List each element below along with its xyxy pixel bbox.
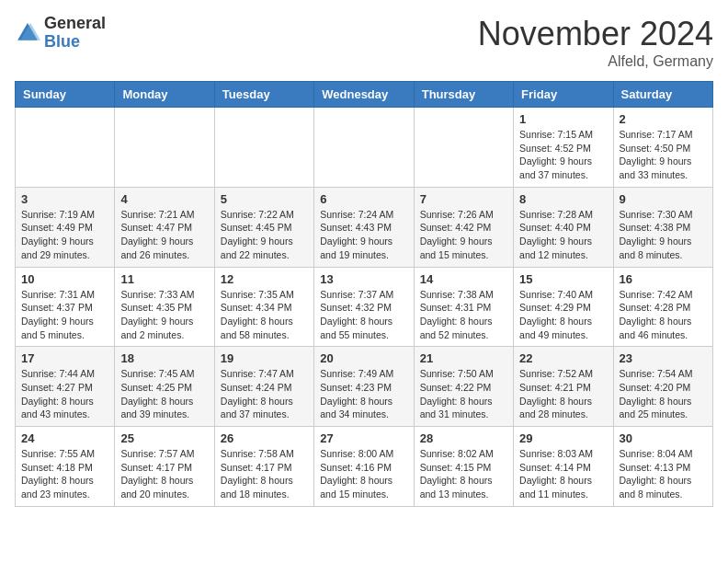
day-info: Sunrise: 7:22 AM Sunset: 4:45 PM Dayligh…	[221, 208, 308, 262]
week-row-4: 17Sunrise: 7:44 AM Sunset: 4:27 PM Dayli…	[16, 347, 713, 427]
calendar-cell: 11Sunrise: 7:33 AM Sunset: 4:35 PM Dayli…	[115, 267, 214, 347]
day-number: 10	[21, 272, 108, 286]
day-info: Sunrise: 7:54 AM Sunset: 4:20 PM Dayligh…	[620, 367, 707, 421]
calendar-cell	[314, 108, 414, 188]
day-info: Sunrise: 7:17 AM Sunset: 4:50 PM Dayligh…	[620, 128, 707, 182]
day-number: 22	[519, 351, 607, 365]
day-number: 16	[620, 272, 707, 286]
day-info: Sunrise: 7:40 AM Sunset: 4:29 PM Dayligh…	[519, 288, 607, 342]
day-number: 6	[320, 192, 407, 206]
location: Alfeld, Germany	[478, 53, 713, 70]
day-info: Sunrise: 7:50 AM Sunset: 4:22 PM Dayligh…	[420, 367, 507, 421]
day-info: Sunrise: 7:19 AM Sunset: 4:49 PM Dayligh…	[21, 208, 108, 262]
day-info: Sunrise: 7:49 AM Sunset: 4:23 PM Dayligh…	[320, 367, 407, 421]
logo-icon	[15, 20, 40, 46]
calendar-cell	[214, 108, 313, 188]
logo-general: General	[44, 15, 106, 33]
calendar-cell: 16Sunrise: 7:42 AM Sunset: 4:28 PM Dayli…	[613, 267, 712, 347]
calendar-cell: 24Sunrise: 7:55 AM Sunset: 4:18 PM Dayli…	[16, 427, 115, 507]
day-number: 15	[519, 272, 607, 286]
day-info: Sunrise: 7:31 AM Sunset: 4:37 PM Dayligh…	[21, 288, 108, 342]
day-number: 19	[221, 351, 308, 365]
calendar-cell: 30Sunrise: 8:04 AM Sunset: 4:13 PM Dayli…	[613, 427, 712, 507]
day-info: Sunrise: 7:47 AM Sunset: 4:24 PM Dayligh…	[221, 367, 308, 421]
logo: General Blue	[15, 15, 106, 52]
calendar-table: SundayMondayTuesdayWednesdayThursdayFrid…	[15, 81, 713, 507]
day-info: Sunrise: 7:24 AM Sunset: 4:43 PM Dayligh…	[320, 208, 407, 262]
calendar-cell: 17Sunrise: 7:44 AM Sunset: 4:27 PM Dayli…	[16, 347, 115, 427]
day-number: 13	[320, 272, 407, 286]
day-number: 30	[620, 431, 707, 445]
day-info: Sunrise: 7:44 AM Sunset: 4:27 PM Dayligh…	[21, 367, 108, 421]
day-number: 12	[221, 272, 308, 286]
calendar-cell: 26Sunrise: 7:58 AM Sunset: 4:17 PM Dayli…	[214, 427, 313, 507]
day-number: 29	[519, 431, 607, 445]
weekday-header-wednesday: Wednesday	[314, 82, 414, 108]
day-number: 25	[120, 431, 208, 445]
day-number: 28	[420, 431, 507, 445]
calendar-cell	[115, 108, 214, 188]
day-info: Sunrise: 8:00 AM Sunset: 4:16 PM Dayligh…	[320, 447, 407, 501]
day-number: 4	[120, 192, 208, 206]
day-info: Sunrise: 8:02 AM Sunset: 4:15 PM Dayligh…	[420, 447, 507, 501]
weekday-header-monday: Monday	[115, 82, 214, 108]
weekday-header-tuesday: Tuesday	[214, 82, 313, 108]
day-info: Sunrise: 7:15 AM Sunset: 4:52 PM Dayligh…	[519, 128, 607, 182]
calendar-cell: 23Sunrise: 7:54 AM Sunset: 4:20 PM Dayli…	[613, 347, 712, 427]
calendar-cell: 27Sunrise: 8:00 AM Sunset: 4:16 PM Dayli…	[314, 427, 414, 507]
week-row-3: 10Sunrise: 7:31 AM Sunset: 4:37 PM Dayli…	[16, 267, 713, 347]
title-block: November 2024 Alfeld, Germany	[478, 15, 713, 70]
day-number: 8	[519, 192, 607, 206]
week-row-5: 24Sunrise: 7:55 AM Sunset: 4:18 PM Dayli…	[16, 427, 713, 507]
day-number: 9	[620, 192, 707, 206]
day-info: Sunrise: 7:28 AM Sunset: 4:40 PM Dayligh…	[519, 208, 607, 262]
page-header: General Blue November 2024 Alfeld, Germa…	[15, 15, 713, 70]
calendar-cell: 7Sunrise: 7:26 AM Sunset: 4:42 PM Daylig…	[414, 187, 513, 267]
day-info: Sunrise: 8:03 AM Sunset: 4:14 PM Dayligh…	[519, 447, 607, 501]
day-info: Sunrise: 7:30 AM Sunset: 4:38 PM Dayligh…	[620, 208, 707, 262]
calendar-cell: 15Sunrise: 7:40 AM Sunset: 4:29 PM Dayli…	[514, 267, 613, 347]
day-number: 18	[120, 351, 208, 365]
day-info: Sunrise: 7:52 AM Sunset: 4:21 PM Dayligh…	[519, 367, 607, 421]
day-number: 3	[21, 192, 108, 206]
calendar-cell: 19Sunrise: 7:47 AM Sunset: 4:24 PM Dayli…	[214, 347, 313, 427]
calendar-cell: 3Sunrise: 7:19 AM Sunset: 4:49 PM Daylig…	[16, 187, 115, 267]
day-info: Sunrise: 7:35 AM Sunset: 4:34 PM Dayligh…	[221, 288, 308, 342]
day-number: 24	[21, 431, 108, 445]
calendar-cell: 6Sunrise: 7:24 AM Sunset: 4:43 PM Daylig…	[314, 187, 414, 267]
calendar-cell: 5Sunrise: 7:22 AM Sunset: 4:45 PM Daylig…	[214, 187, 313, 267]
calendar-cell: 4Sunrise: 7:21 AM Sunset: 4:47 PM Daylig…	[115, 187, 214, 267]
day-info: Sunrise: 7:38 AM Sunset: 4:31 PM Dayligh…	[420, 288, 507, 342]
day-number: 5	[221, 192, 308, 206]
calendar-cell: 13Sunrise: 7:37 AM Sunset: 4:32 PM Dayli…	[314, 267, 414, 347]
calendar-cell: 9Sunrise: 7:30 AM Sunset: 4:38 PM Daylig…	[613, 187, 712, 267]
day-info: Sunrise: 7:33 AM Sunset: 4:35 PM Dayligh…	[120, 288, 208, 342]
calendar-cell: 22Sunrise: 7:52 AM Sunset: 4:21 PM Dayli…	[514, 347, 613, 427]
week-row-2: 3Sunrise: 7:19 AM Sunset: 4:49 PM Daylig…	[16, 187, 713, 267]
day-info: Sunrise: 7:42 AM Sunset: 4:28 PM Dayligh…	[620, 288, 707, 342]
day-number: 2	[620, 112, 707, 126]
day-number: 23	[620, 351, 707, 365]
calendar-cell: 21Sunrise: 7:50 AM Sunset: 4:22 PM Dayli…	[414, 347, 513, 427]
calendar-cell: 8Sunrise: 7:28 AM Sunset: 4:40 PM Daylig…	[514, 187, 613, 267]
calendar-cell: 18Sunrise: 7:45 AM Sunset: 4:25 PM Dayli…	[115, 347, 214, 427]
week-row-1: 1Sunrise: 7:15 AM Sunset: 4:52 PM Daylig…	[16, 108, 713, 188]
calendar-cell: 10Sunrise: 7:31 AM Sunset: 4:37 PM Dayli…	[16, 267, 115, 347]
calendar-cell: 14Sunrise: 7:38 AM Sunset: 4:31 PM Dayli…	[414, 267, 513, 347]
calendar-cell: 2Sunrise: 7:17 AM Sunset: 4:50 PM Daylig…	[613, 108, 712, 188]
calendar-cell: 25Sunrise: 7:57 AM Sunset: 4:17 PM Dayli…	[115, 427, 214, 507]
month-title: November 2024	[478, 15, 713, 53]
weekday-header-sunday: Sunday	[16, 82, 115, 108]
calendar-cell: 28Sunrise: 8:02 AM Sunset: 4:15 PM Dayli…	[414, 427, 513, 507]
day-number: 27	[320, 431, 407, 445]
weekday-header-saturday: Saturday	[613, 82, 712, 108]
day-number: 7	[420, 192, 507, 206]
day-info: Sunrise: 7:57 AM Sunset: 4:17 PM Dayligh…	[120, 447, 208, 501]
day-number: 26	[221, 431, 308, 445]
logo-text: General Blue	[44, 15, 106, 52]
weekday-header-friday: Friday	[514, 82, 613, 108]
calendar-cell: 1Sunrise: 7:15 AM Sunset: 4:52 PM Daylig…	[514, 108, 613, 188]
calendar-cell	[414, 108, 513, 188]
calendar-cell: 29Sunrise: 8:03 AM Sunset: 4:14 PM Dayli…	[514, 427, 613, 507]
weekday-header-thursday: Thursday	[414, 82, 513, 108]
